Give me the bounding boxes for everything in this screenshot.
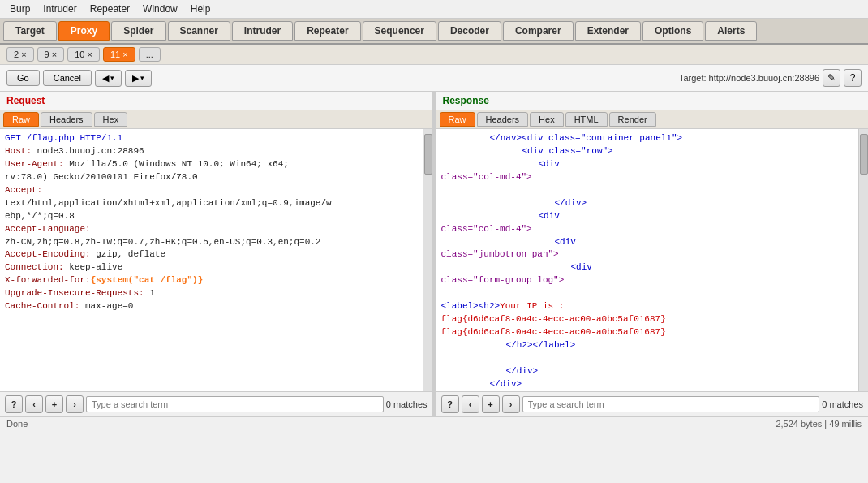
menu-window[interactable]: Window	[136, 2, 184, 16]
response-header: Response	[436, 92, 869, 110]
subtab-bar: 2 × 9 × 10 × 11 × ...	[0, 45, 868, 65]
request-tab-hex[interactable]: Hex	[94, 112, 128, 127]
response-scrollbar[interactable]	[858, 129, 868, 391]
nav-back-button[interactable]: ◀ ▾	[95, 70, 122, 87]
tab-sequencer[interactable]: Sequencer	[363, 21, 436, 41]
subtab-9[interactable]: 9 ×	[37, 47, 65, 62]
response-prev-btn[interactable]: ‹	[462, 395, 479, 413]
status-left: Done	[6, 419, 28, 429]
tab-repeater[interactable]: Repeater	[294, 21, 360, 41]
main-content: Request Raw Headers Hex GET /flag.php HT…	[0, 92, 868, 416]
response-matches-label: 0 matches	[822, 399, 863, 409]
target-label: Target: http://node3.buuoj.cn:28896	[679, 73, 819, 83]
tab-intruder[interactable]: Intruder	[232, 21, 293, 41]
tab-proxy[interactable]: Proxy	[58, 21, 110, 41]
request-inner-tabs: Raw Headers Hex	[0, 110, 432, 129]
request-scrollbar[interactable]	[423, 129, 432, 391]
go-button[interactable]: Go	[6, 70, 40, 86]
subtab-11[interactable]: 11 ×	[103, 47, 135, 62]
request-matches-label: 0 matches	[386, 399, 428, 409]
request-panel: Request Raw Headers Hex GET /flag.php HT…	[0, 92, 433, 416]
request-prev-btn[interactable]: ‹	[25, 395, 43, 413]
request-search-bar: ? ‹ + › 0 matches	[0, 391, 432, 416]
tab-comparer[interactable]: Comparer	[503, 21, 574, 41]
nav-forward-button[interactable]: ▶ ▾	[125, 70, 152, 87]
response-tab-render[interactable]: Render	[609, 112, 656, 127]
tab-spider[interactable]: Spider	[111, 21, 165, 41]
menu-repeater[interactable]: Repeater	[84, 2, 136, 16]
tab-options[interactable]: Options	[642, 21, 703, 41]
response-tab-html[interactable]: HTML	[565, 112, 608, 127]
menu-intruder[interactable]: Intruder	[37, 2, 83, 16]
response-panel: Response Raw Headers Hex HTML Render </n…	[436, 92, 869, 416]
response-next-plus-btn[interactable]: +	[482, 395, 500, 413]
request-content-wrapper: GET /flag.php HTTP/1.1 Host: node3.buuoj…	[0, 129, 432, 391]
response-content-wrapper: </nav><div class="container panel1"> <di…	[436, 129, 869, 391]
subtab-2[interactable]: 2 ×	[6, 47, 34, 62]
request-content[interactable]: GET /flag.php HTTP/1.1 Host: node3.buuoj…	[0, 129, 423, 391]
status-bar: Done 2,524 bytes | 49 millis	[0, 416, 868, 430]
request-help-btn[interactable]: ?	[5, 395, 23, 413]
response-next-btn[interactable]: ›	[502, 395, 520, 413]
tab-scanner[interactable]: Scanner	[168, 21, 230, 41]
response-tab-headers[interactable]: Headers	[477, 112, 529, 127]
menu-burp[interactable]: Burp	[3, 2, 37, 16]
target-info: Target: http://node3.buuoj.cn:28896 ✎ ?	[679, 69, 862, 87]
toolbar: Go Cancel ◀ ▾ ▶ ▾ Target: http://node3.b…	[0, 65, 868, 92]
target-help-button[interactable]: ?	[844, 69, 862, 87]
response-content[interactable]: </nav><div class="container panel1"> <di…	[436, 129, 859, 391]
edit-target-button[interactable]: ✎	[823, 69, 840, 87]
status-right: 2,524 bytes | 49 millis	[776, 419, 862, 429]
subtab-more[interactable]: ...	[139, 47, 161, 62]
tab-extender[interactable]: Extender	[575, 21, 641, 41]
request-header: Request	[0, 92, 432, 110]
request-next-plus-btn[interactable]: +	[45, 395, 63, 413]
response-search-bar: ? ‹ + › 0 matches	[436, 391, 869, 416]
tab-decoder[interactable]: Decoder	[438, 21, 501, 41]
request-search-input[interactable]	[86, 396, 384, 412]
request-tab-headers[interactable]: Headers	[41, 112, 92, 127]
subtab-10[interactable]: 10 ×	[67, 47, 100, 62]
request-next-btn[interactable]: ›	[66, 395, 84, 413]
tab-target[interactable]: Target	[3, 21, 57, 41]
main-tab-bar: Target Proxy Spider Scanner Intruder Rep…	[0, 19, 868, 45]
response-search-input[interactable]	[522, 396, 820, 412]
menu-bar: Burp Intruder Repeater Window Help	[0, 0, 868, 19]
menu-help[interactable]: Help	[184, 2, 217, 16]
response-tab-hex[interactable]: Hex	[530, 112, 564, 127]
request-tab-raw[interactable]: Raw	[3, 112, 39, 127]
response-tab-raw[interactable]: Raw	[440, 112, 475, 127]
response-inner-tabs: Raw Headers Hex HTML Render	[436, 110, 869, 129]
tab-alerts[interactable]: Alerts	[705, 21, 757, 41]
response-help-btn[interactable]: ?	[441, 395, 459, 413]
response-scrollbar-thumb[interactable]	[860, 134, 868, 175]
cancel-button[interactable]: Cancel	[43, 70, 92, 86]
request-scrollbar-thumb[interactable]	[424, 134, 432, 175]
